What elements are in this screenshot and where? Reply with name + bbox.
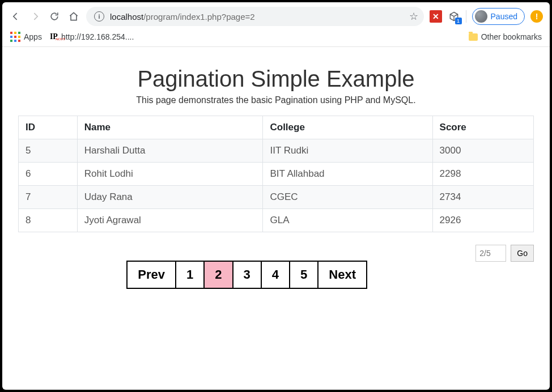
browser-window: i localhost/program/index1.php?page=2 ☆ … xyxy=(2,2,550,390)
site-info-icon[interactable]: i xyxy=(94,11,104,22)
other-bookmarks[interactable]: Other bookmarks xyxy=(469,32,542,41)
cell-score: 2298 xyxy=(432,163,533,186)
cell-college: GLA xyxy=(263,209,432,232)
arrow-left-icon xyxy=(10,11,22,22)
page-subtitle: This page demonstrates the basic Paginat… xyxy=(18,95,534,105)
pagination-prev[interactable]: Prev xyxy=(126,261,176,289)
back-button[interactable] xyxy=(9,10,23,23)
cell-name: Uday Rana xyxy=(77,186,263,209)
page-title: Pagination Simple Example xyxy=(18,66,534,92)
goto-button[interactable]: Go xyxy=(511,245,534,262)
toolbar-divider xyxy=(466,10,466,23)
pagination-next[interactable]: Next xyxy=(317,261,367,289)
cell-id: 7 xyxy=(19,186,78,209)
bookmark-star-icon[interactable]: ☆ xyxy=(409,10,418,23)
pagination-page[interactable]: 3 xyxy=(232,261,262,289)
extension-badge: 1 xyxy=(455,18,462,24)
avatar xyxy=(475,10,487,23)
folder-icon xyxy=(469,33,478,41)
cell-id: 6 xyxy=(19,163,78,186)
forward-button[interactable] xyxy=(28,10,42,23)
pagination-page[interactable]: 1 xyxy=(175,261,205,289)
table-row: 8 Jyoti Agrawal GLA 2926 xyxy=(19,209,534,232)
profile-label: Paused xyxy=(491,12,517,21)
col-name: Name xyxy=(77,116,263,139)
pagination-wrap: Prev 1 2 3 4 5 Next xyxy=(18,261,475,289)
url-host: localhost xyxy=(110,12,143,22)
table-row: 5 Harshali Dutta IIT Rudki 3000 xyxy=(19,139,534,163)
pagination: Prev 1 2 3 4 5 Next xyxy=(126,261,367,289)
browser-toolbar: i localhost/program/index1.php?page=2 ☆ … xyxy=(2,2,550,29)
home-icon xyxy=(68,11,79,22)
pagination-page[interactable]: 4 xyxy=(261,261,290,289)
col-id: ID xyxy=(19,116,78,139)
col-college: College xyxy=(263,116,432,139)
cell-id: 8 xyxy=(19,209,78,232)
shield-x-icon: ✕ xyxy=(430,10,442,23)
arrow-right-icon xyxy=(29,11,41,22)
reload-button[interactable] xyxy=(48,10,61,23)
apps-grid-icon xyxy=(10,32,20,42)
table-header-row: ID Name College Score xyxy=(19,116,534,139)
url-text: localhost/program/index1.php?page=2 xyxy=(110,12,255,22)
cell-score: 2734 xyxy=(432,186,533,209)
reload-icon xyxy=(49,11,60,22)
goto-input[interactable] xyxy=(475,245,506,262)
bookmark-label: http://192.168.254.... xyxy=(61,32,134,41)
address-bar[interactable]: i localhost/program/index1.php?page=2 ☆ xyxy=(86,7,424,26)
browser-alert-icon[interactable]: ! xyxy=(530,10,543,23)
data-table: ID Name College Score 5 Harshali Dutta I… xyxy=(18,116,534,232)
apps-shortcut[interactable]: Apps xyxy=(10,32,42,42)
table-row: 6 Rohit Lodhi BIT Allahbad 2298 xyxy=(19,163,534,186)
cell-college: CGEC xyxy=(263,186,432,209)
alert-glyph: ! xyxy=(536,12,538,21)
cell-name: Jyoti Agrawal xyxy=(77,209,263,232)
cell-college: BIT Allahbad xyxy=(263,163,432,186)
below-table-area: Prev 1 2 3 4 5 Next Go xyxy=(18,261,534,289)
extension-generic[interactable]: 1 xyxy=(448,10,460,23)
table-row: 7 Uday Rana CGEC 2734 xyxy=(19,186,534,209)
col-score: Score xyxy=(432,116,533,139)
home-button[interactable] xyxy=(67,10,80,23)
apps-label: Apps xyxy=(24,32,42,41)
cell-name: Harshali Dutta xyxy=(77,139,263,163)
goto-controls: Go xyxy=(475,245,534,262)
cell-id: 5 xyxy=(19,139,78,163)
cell-college: IIT Rudki xyxy=(263,139,432,163)
cell-score: 2926 xyxy=(432,209,533,232)
pagination-page-active[interactable]: 2 xyxy=(203,261,233,289)
table-body: 5 Harshali Dutta IIT Rudki 3000 6 Rohit … xyxy=(19,139,534,232)
url-path: /program/index1.php?page=2 xyxy=(143,12,254,22)
profile-button[interactable]: Paused xyxy=(472,8,525,25)
cell-name: Rohit Lodhi xyxy=(77,163,263,186)
other-bookmarks-label: Other bookmarks xyxy=(481,32,542,41)
ip-favicon-icon: IP xyxy=(50,32,58,41)
pagination-page[interactable]: 5 xyxy=(289,261,319,289)
extension-adblock[interactable]: ✕ xyxy=(430,10,442,23)
bookmark-item[interactable]: IP http://192.168.254.... xyxy=(50,32,134,41)
bookmarks-bar: Apps IP http://192.168.254.... Other boo… xyxy=(2,29,550,47)
cell-score: 3000 xyxy=(432,139,533,163)
page-content: Pagination Simple Example This page demo… xyxy=(2,47,550,390)
